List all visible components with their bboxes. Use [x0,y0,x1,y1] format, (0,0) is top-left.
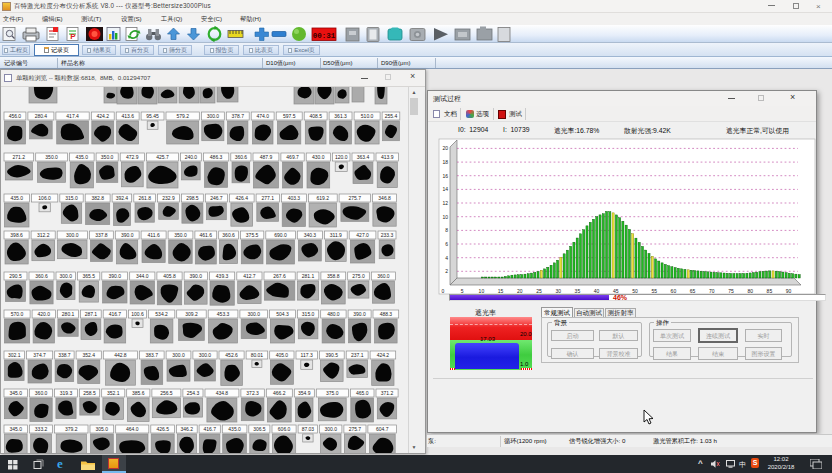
svg-text:488.3: 488.3 [380,311,393,317]
svg-text:352.4: 352.4 [82,352,95,358]
svg-text:464.0: 464.0 [126,426,139,432]
svg-text:50: 50 [632,288,638,294]
svg-text:10: 10 [479,288,485,294]
svg-text:579.2: 579.2 [176,113,189,119]
svg-text:10: 10 [442,214,448,220]
svg-text:392.4: 392.4 [116,195,129,201]
svg-text:55: 55 [651,288,657,294]
svg-text:280.4: 280.4 [35,113,48,119]
svg-text:255.4: 255.4 [385,113,398,119]
svg-text:375.0: 375.0 [326,390,339,396]
svg-text:2: 2 [445,268,448,274]
svg-text:80: 80 [747,288,753,294]
svg-text:233.3: 233.3 [381,232,394,238]
svg-text:358.8: 358.8 [327,273,340,279]
svg-text:604.7: 604.7 [376,426,389,432]
svg-text:45: 45 [613,288,619,294]
svg-text:379.2: 379.2 [65,426,78,432]
svg-text:385.6: 385.6 [132,390,145,396]
svg-text:439.3: 439.3 [216,273,229,279]
svg-text:20: 20 [517,288,523,294]
svg-text:597.5: 597.5 [283,113,296,119]
svg-text:300.0: 300.0 [199,352,212,358]
svg-text:403.3: 403.3 [288,195,301,201]
svg-text:277.1: 277.1 [261,195,274,201]
svg-text:427.0: 427.0 [356,232,369,238]
svg-text:416.7: 416.7 [203,426,216,432]
svg-text:80.01: 80.01 [251,352,264,358]
svg-text:15: 15 [498,288,504,294]
svg-text:425.7: 425.7 [156,154,169,160]
svg-text:472.9: 472.9 [126,154,139,160]
svg-text:354.9: 354.9 [298,390,311,396]
svg-text:16: 16 [442,173,448,179]
svg-text:390.0: 390.0 [190,273,203,279]
svg-text:570.0: 570.0 [11,311,24,317]
svg-text:315.0: 315.0 [302,311,315,317]
svg-text:298.5: 298.5 [186,195,199,201]
svg-text:360.0: 360.0 [35,390,48,396]
svg-text:606.0: 606.0 [278,426,291,432]
svg-text:60: 60 [671,288,677,294]
svg-text:237.1: 237.1 [351,352,364,358]
svg-text:290.5: 290.5 [9,273,22,279]
svg-text:405.8: 405.8 [163,273,176,279]
svg-text:70: 70 [709,288,715,294]
svg-text:65: 65 [690,288,696,294]
svg-text:346.2: 346.2 [181,426,194,432]
svg-text:453.3: 453.3 [217,311,230,317]
svg-text:0: 0 [442,288,445,294]
svg-text:240.0: 240.0 [185,154,198,160]
svg-text:117.3: 117.3 [301,352,313,358]
svg-text:346.8: 346.8 [378,195,391,201]
svg-text:340.3: 340.3 [304,232,317,238]
svg-text:30: 30 [555,288,561,294]
svg-text:302.1: 302.1 [8,352,21,358]
svg-text:232.9: 232.9 [162,195,175,201]
svg-text:333.2: 333.2 [35,426,48,432]
svg-text:360.6: 360.6 [35,273,48,279]
svg-text:120.0: 120.0 [335,154,348,160]
svg-text:412.7: 412.7 [243,273,256,279]
svg-text:P: P [70,32,76,41]
svg-text:413.9: 413.9 [381,154,394,160]
svg-text:309.2: 309.2 [185,311,198,317]
svg-text:312.2: 312.2 [37,232,50,238]
svg-text:375.5: 375.5 [246,232,259,238]
svg-text:246.7: 246.7 [210,195,223,201]
svg-text:383.7: 383.7 [146,352,159,358]
svg-text:390.5: 390.5 [326,352,339,358]
svg-text:106.0: 106.0 [38,195,51,201]
svg-text:456.0: 456.0 [9,113,22,119]
svg-text:20: 20 [442,145,448,151]
svg-text:435.0: 435.0 [228,426,241,432]
svg-text:275.0: 275.0 [352,273,365,279]
svg-text:00:31: 00:31 [313,32,336,40]
svg-text:311.9: 311.9 [330,232,342,238]
svg-text:344.0: 344.0 [136,273,149,279]
svg-text:300.0: 300.0 [172,352,185,358]
svg-text:100.6: 100.6 [131,311,144,317]
svg-text:350.0: 350.0 [45,154,58,160]
svg-text:75: 75 [728,288,734,294]
svg-text:382.8: 382.8 [91,195,104,201]
svg-text:35: 35 [575,288,581,294]
svg-text:390.0: 390.0 [121,232,134,238]
svg-text:374.7: 374.7 [33,352,46,358]
svg-text:267.6: 267.6 [273,273,286,279]
svg-text:275.7: 275.7 [349,195,362,201]
svg-text:85: 85 [767,288,773,294]
svg-text:411.6: 411.6 [148,232,160,238]
svg-text:465.0: 465.0 [356,390,369,396]
svg-text:424.2: 424.2 [377,352,390,358]
svg-text:281.1: 281.1 [302,273,315,279]
svg-text:534.2: 534.2 [155,311,168,317]
svg-text:275.7: 275.7 [349,426,362,432]
svg-text:300.0: 300.0 [248,311,261,317]
svg-text:504.3: 504.3 [276,311,289,317]
svg-text:300.0: 300.0 [60,273,73,279]
svg-text:413.6: 413.6 [121,113,134,119]
svg-text:360.6: 360.6 [235,154,248,160]
svg-text:486.3: 486.3 [210,154,223,160]
svg-text:435.0: 435.0 [10,195,23,201]
